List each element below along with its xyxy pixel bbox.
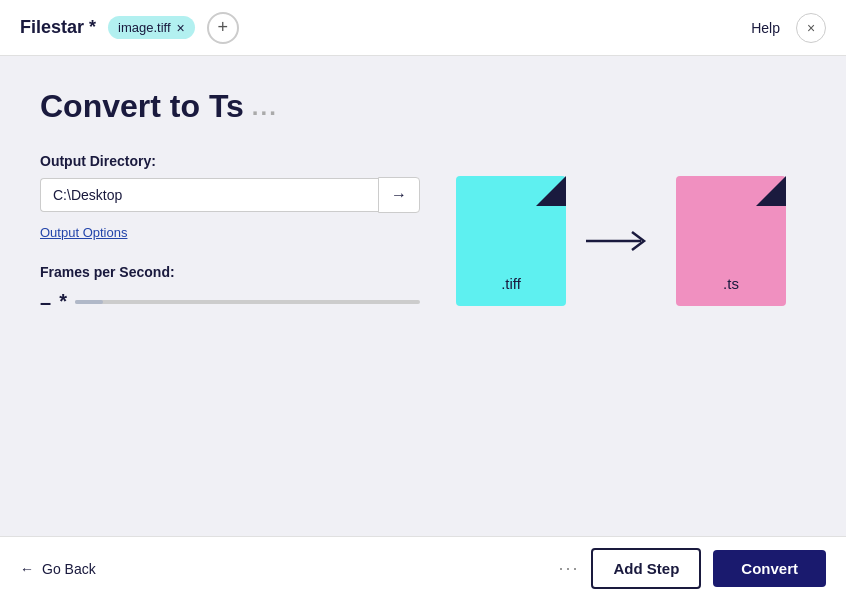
title-dots: ...	[252, 93, 278, 121]
go-back-arrow-icon: ←	[20, 561, 34, 577]
form-section: Output Directory: → Output Options Frame…	[40, 153, 420, 313]
add-step-button[interactable]: Add Step	[591, 548, 701, 589]
convert-button[interactable]: Convert	[713, 550, 826, 587]
header-left: Filestar * image.tiff × +	[20, 12, 239, 44]
fps-slider-track[interactable]	[75, 300, 420, 304]
add-file-button[interactable]: +	[207, 12, 239, 44]
directory-browse-button[interactable]: →	[378, 177, 420, 213]
go-back-label: Go Back	[42, 561, 96, 577]
header-right: Help ×	[751, 13, 826, 43]
main-content: Convert to Ts ... Output Directory: → Ou…	[0, 56, 846, 536]
fps-label: Frames per Second:	[40, 264, 420, 280]
directory-input-row: →	[40, 177, 420, 213]
app-title: Filestar *	[20, 17, 96, 38]
file-tag-close-icon[interactable]: ×	[177, 21, 185, 35]
target-file-ext: .ts	[723, 275, 739, 292]
footer: ← Go Back ··· Add Step Convert	[0, 536, 846, 600]
output-options-link[interactable]: Output Options	[40, 225, 127, 240]
help-link[interactable]: Help	[751, 20, 780, 36]
header: Filestar * image.tiff × + Help ×	[0, 0, 846, 56]
output-directory-label: Output Directory:	[40, 153, 420, 169]
source-file-icon: .tiff	[456, 176, 566, 306]
file-tag: image.tiff ×	[108, 16, 195, 39]
conversion-arrow	[586, 226, 656, 256]
footer-right: ··· Add Step Convert	[558, 548, 826, 589]
fps-slider-fill	[75, 300, 103, 304]
slider-asterisk-icon: *	[59, 290, 67, 313]
more-options-button[interactable]: ···	[558, 558, 579, 579]
page-title: Convert to Ts	[40, 88, 244, 125]
close-button[interactable]: ×	[796, 13, 826, 43]
fps-slider-row: – *	[40, 290, 420, 313]
target-file-icon: .ts	[676, 176, 786, 306]
go-back-button[interactable]: ← Go Back	[20, 561, 96, 577]
page-title-container: Convert to Ts ...	[40, 88, 806, 125]
conversion-diagram: .tiff .ts	[456, 176, 786, 306]
directory-input[interactable]	[40, 178, 378, 212]
file-tag-label: image.tiff	[118, 20, 171, 35]
source-file-ext: .tiff	[501, 275, 521, 292]
arrow-icon	[586, 226, 656, 256]
slider-minus-icon: –	[40, 292, 51, 312]
